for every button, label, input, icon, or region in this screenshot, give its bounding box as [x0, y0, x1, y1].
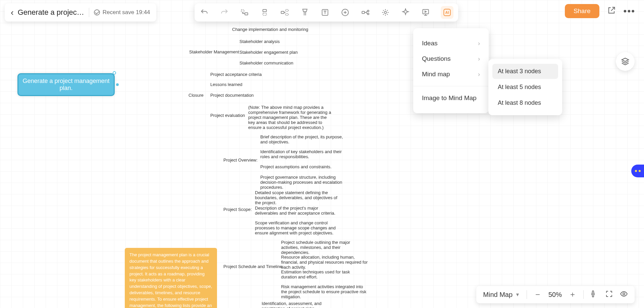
- node-proj-doc[interactable]: Project documentation: [210, 93, 254, 98]
- more-menu-button[interactable]: •••: [624, 6, 635, 16]
- separator: [527, 290, 527, 299]
- text-button[interactable]: [320, 7, 330, 17]
- node-sc-detailed[interactable]: Detailed scope statement defining the bo…: [255, 190, 339, 205]
- style-panel-button[interactable]: [616, 52, 635, 71]
- node-change-impl[interactable]: Change implementation and monitoring: [232, 27, 308, 32]
- chevron-right-icon: ›: [478, 71, 480, 78]
- svg-point-12: [384, 11, 387, 14]
- node-proj-overview[interactable]: Project Overview:: [223, 158, 258, 163]
- node-ts-sched[interactable]: Project schedule outlining the major act…: [281, 240, 365, 255]
- root-connector-dot[interactable]: [116, 83, 119, 86]
- doc-header: ‹ Generate a projec… Recent save 19:44: [5, 3, 156, 21]
- svg-rect-11: [368, 13, 369, 14]
- description-node[interactable]: The project management plan is a crucial…: [125, 248, 217, 308]
- chevron-right-icon: ›: [478, 55, 480, 62]
- svg-rect-10: [368, 10, 369, 12]
- node-stakeholder-comm[interactable]: Stakeholder communication: [239, 60, 293, 65]
- fit-icon[interactable]: [590, 290, 598, 299]
- svg-rect-2: [263, 9, 267, 11]
- node-proj-sched[interactable]: Project Schedule and Timeline:: [223, 264, 283, 269]
- svg-rect-0: [241, 10, 244, 12]
- assistant-eye-icon: [639, 170, 641, 172]
- share-button[interactable]: Share: [565, 4, 599, 18]
- svg-rect-5: [285, 9, 288, 11]
- ai-menu-questions[interactable]: Questions ›: [413, 51, 489, 67]
- svg-point-17: [623, 293, 625, 295]
- svg-rect-16: [592, 291, 594, 297]
- root-node[interactable]: Generate a project management plan.: [17, 73, 115, 96]
- ai-menu-label: Mind map: [422, 71, 450, 78]
- doc-title[interactable]: Generate a projec…: [18, 8, 84, 17]
- view-mode-label: Mind Map: [483, 291, 513, 299]
- view-mode-select[interactable]: Mind Map ▼: [483, 291, 520, 299]
- ai-menu-label: Questions: [422, 55, 451, 62]
- node-eval-note[interactable]: (Note: The above mind map provides a com…: [248, 105, 332, 130]
- root-node-text: Generate a project management plan.: [18, 78, 114, 92]
- submenu-8-nodes[interactable]: At least 8 nodes: [492, 95, 558, 111]
- add-button[interactable]: [340, 7, 350, 17]
- ai-menu-label: Image to Mind Map: [422, 94, 477, 102]
- node-lessons[interactable]: Lessons learned: [210, 82, 242, 87]
- settings-icon-button[interactable]: [380, 7, 390, 17]
- ai-menu: Ideas › Questions › Mind map › Image to …: [413, 28, 489, 113]
- node-ov-stake[interactable]: Identification of key stakeholders and t…: [260, 149, 347, 159]
- node-ov-assume[interactable]: Project assumptions and constraints.: [260, 164, 347, 169]
- node-ov-brief[interactable]: Brief description of the project, its pu…: [260, 134, 344, 144]
- node-stakeholder-engage[interactable]: Stakeholder engagement plan: [239, 50, 298, 55]
- node-proj-scope[interactable]: Project Scope:: [223, 207, 252, 212]
- add-subtopic-button[interactable]: [280, 7, 290, 17]
- node-ts-est[interactable]: Estimation techniques used for task dura…: [281, 269, 365, 279]
- node-ov-gov[interactable]: Project governance structure, including …: [260, 175, 347, 190]
- zoom-in-button[interactable]: +: [569, 290, 577, 299]
- root-handle[interactable]: [113, 71, 116, 75]
- node-ts-risk[interactable]: Risk management activities integrated in…: [281, 284, 368, 299]
- submenu-3-nodes[interactable]: At least 3 nodes: [492, 64, 558, 79]
- undo-button[interactable]: [199, 7, 209, 17]
- open-external-icon[interactable]: [607, 6, 616, 16]
- ai-submenu-node-count: At least 3 nodes At least 5 nodes At lea…: [488, 59, 562, 115]
- ai-menu-label: Ideas: [422, 40, 437, 47]
- chevron-down-icon: ▼: [515, 292, 520, 297]
- node-closure[interactable]: Closure: [189, 93, 204, 98]
- svg-rect-9: [362, 11, 365, 14]
- assistant-eye-icon: [635, 170, 637, 172]
- spark-button[interactable]: [400, 7, 411, 17]
- add-sibling-before-button[interactable]: [239, 7, 250, 17]
- presentation-button[interactable]: [421, 7, 431, 17]
- format-button[interactable]: [300, 7, 310, 17]
- ai-menu-image-to-map[interactable]: Image to Mind Map: [413, 90, 489, 106]
- node-sc-verif[interactable]: Scope verification and change control pr…: [255, 220, 339, 235]
- add-sibling-after-button[interactable]: [260, 7, 270, 17]
- assistant-bubble[interactable]: [631, 165, 644, 177]
- back-button[interactable]: ‹: [11, 7, 14, 18]
- ai-button[interactable]: AI: [441, 6, 453, 19]
- eye-icon[interactable]: [620, 290, 628, 299]
- zoom-out-button[interactable]: −: [534, 290, 542, 299]
- top-right-actions: Share •••: [565, 4, 635, 18]
- svg-rect-3: [263, 13, 267, 15]
- relationship-button[interactable]: [360, 7, 370, 17]
- fullscreen-icon[interactable]: [605, 290, 613, 299]
- node-ts-id[interactable]: Identification, assessment, and prioriti…: [262, 301, 345, 308]
- check-icon: [94, 9, 100, 15]
- node-proj-eval[interactable]: Project evaluation: [210, 113, 245, 118]
- view-controls: Mind Map ▼ − 50% +: [476, 286, 635, 303]
- svg-rect-6: [285, 13, 288, 15]
- separator: [583, 290, 584, 299]
- chevron-right-icon: ›: [478, 40, 480, 47]
- node-stakeholder-mgmt[interactable]: Stakeholder Management: [189, 49, 239, 54]
- redo-button[interactable]: [219, 7, 229, 17]
- submenu-5-nodes[interactable]: At least 5 nodes: [492, 80, 558, 95]
- node-proj-accept[interactable]: Project acceptance criteria: [210, 72, 262, 77]
- node-ts-res[interactable]: Resource allocation, including human, fi…: [281, 255, 368, 270]
- zoom-value[interactable]: 50%: [548, 291, 562, 299]
- save-status: Recent save 19:44: [94, 9, 150, 16]
- save-status-text: Recent save 19:44: [103, 9, 150, 16]
- separator: [89, 8, 89, 17]
- divider: [413, 86, 489, 86]
- ai-menu-ideas[interactable]: Ideas ›: [413, 36, 489, 51]
- ai-menu-mindmap[interactable]: Mind map ›: [413, 67, 489, 82]
- toolbar: AI: [195, 3, 458, 21]
- node-stakeholder-analysis[interactable]: Stakeholder analysis: [239, 39, 280, 44]
- node-sc-major[interactable]: Description of the project's major deliv…: [255, 206, 339, 216]
